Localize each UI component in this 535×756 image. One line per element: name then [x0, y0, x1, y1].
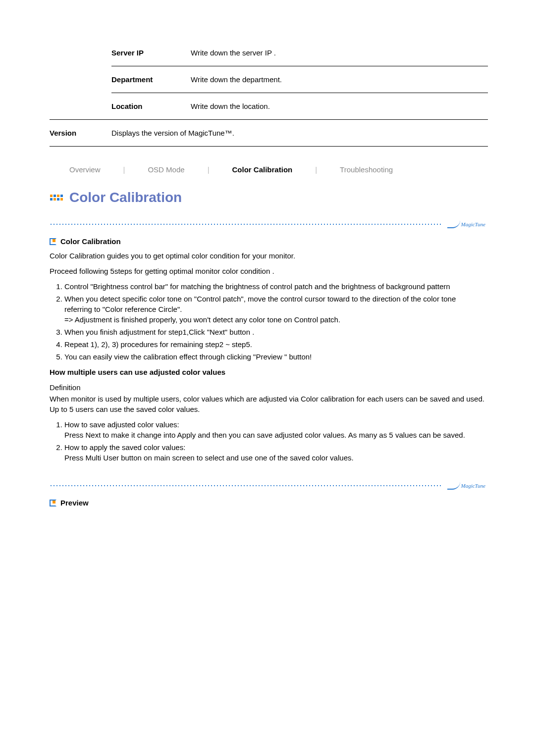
- page-heading-row: Color Calibration: [50, 190, 485, 205]
- version-row: Version Displays the version of MagicTun…: [50, 119, 488, 147]
- info-value: Write down the location.: [191, 102, 488, 110]
- definition-block: Definition When monitor is used by multi…: [50, 382, 485, 414]
- tab-osd-mode[interactable]: OSD Mode: [128, 165, 204, 174]
- divider: MagicTune: [50, 482, 485, 490]
- calibration-steps: Control "Brightness control bar" for mat…: [64, 281, 485, 362]
- info-table: Server IP Write down the server IP . Dep…: [111, 40, 488, 119]
- grid-icon: [50, 192, 65, 203]
- divider: MagicTune: [50, 220, 485, 228]
- magictune-logo: MagicTune: [447, 220, 486, 228]
- section-title: Color Calibration: [60, 237, 121, 246]
- info-row-server-ip: Server IP Write down the server IP .: [111, 40, 488, 66]
- page-title: Color Calibration: [69, 190, 182, 205]
- tab-separator: |: [205, 165, 213, 174]
- section-head-preview: Preview: [50, 499, 485, 507]
- info-value: Write down the department.: [191, 75, 488, 84]
- tab-troubleshooting[interactable]: Troubleshooting: [320, 165, 413, 174]
- info-row-department: Department Write down the department.: [111, 66, 488, 93]
- multi-user-steps: How to save adjusted color values:Press …: [64, 419, 485, 463]
- page: Server IP Write down the server IP . Dep…: [0, 0, 535, 756]
- definition-text: When monitor is used by multiple users, …: [50, 394, 485, 414]
- info-label: Location: [111, 102, 191, 110]
- tabs: Overview | OSD Mode | Color Calibration …: [50, 165, 485, 174]
- tab-color-calibration[interactable]: Color Calibration: [213, 165, 313, 174]
- multi-user-step: How to apply the saved color values:Pres…: [64, 442, 485, 463]
- calibration-step: Repeat 1), 2), 3) procedures for remaini…: [64, 339, 485, 350]
- version-label: Version: [50, 129, 111, 137]
- content-color-calibration: Color Calibration Color Calibration guid…: [50, 237, 485, 463]
- tab-separator: |: [120, 165, 128, 174]
- multiple-users-title: How multiple users can use adjusted colo…: [50, 367, 485, 377]
- calibration-step: When you detect specific color tone on "…: [64, 294, 485, 325]
- section-intro-2: Proceed following 5steps for getting opt…: [50, 266, 485, 276]
- calibration-step: When you finish adjustment for step1,Cli…: [64, 327, 485, 337]
- info-label: Server IP: [111, 49, 191, 57]
- info-value: Write down the server IP .: [191, 49, 488, 57]
- info-row-location: Location Write down the location.: [111, 93, 488, 119]
- bullet-icon: [50, 238, 56, 245]
- calibration-step: You can easily view the calibration effe…: [64, 352, 485, 362]
- section-intro-1: Color Calibration guides you to get opti…: [50, 251, 485, 261]
- section-head-color-calibration: Color Calibration: [50, 237, 485, 246]
- definition-label: Definition: [50, 383, 81, 392]
- magictune-logo: MagicTune: [447, 482, 486, 490]
- version-value: Displays the version of MagicTune™.: [111, 129, 488, 137]
- dotted-line: [50, 485, 441, 486]
- tab-separator: |: [312, 165, 320, 174]
- multi-user-step: How to save adjusted color values:Press …: [64, 419, 485, 440]
- dotted-line: [50, 224, 441, 225]
- section-title: Preview: [60, 499, 89, 507]
- tab-overview[interactable]: Overview: [50, 165, 120, 174]
- bullet-icon: [50, 500, 56, 506]
- calibration-step: Control "Brightness control bar" for mat…: [64, 281, 485, 292]
- logo-swish-icon: [447, 482, 460, 490]
- logo-swish-icon: [447, 220, 460, 228]
- info-label: Department: [111, 75, 191, 84]
- logo-text: MagicTune: [461, 483, 486, 489]
- logo-text: MagicTune: [461, 221, 486, 227]
